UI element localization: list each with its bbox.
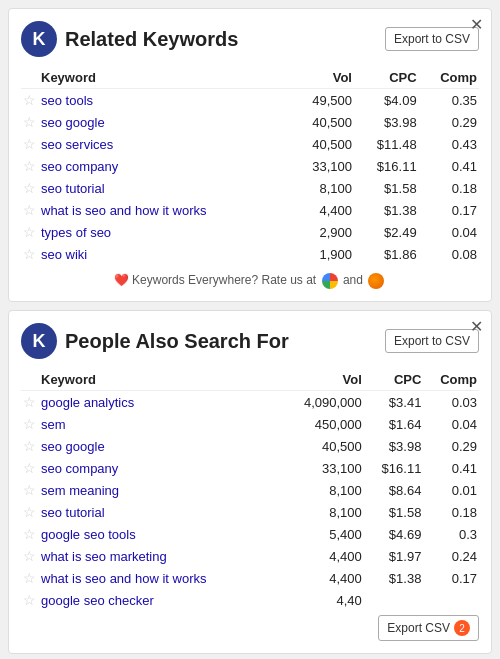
widget2-header-left: K People Also Search For [21, 323, 289, 359]
keyword-cell[interactable]: types of seo [39, 221, 289, 243]
cpc-cell: $11.48 [354, 133, 419, 155]
vol-cell: 33,100 [280, 457, 364, 479]
star-icon[interactable]: ☆ [21, 177, 39, 199]
keyword-cell[interactable]: what is seo and how it works [39, 567, 280, 589]
cpc-cell: $1.64 [364, 413, 424, 435]
keyword-cell[interactable]: what is seo and how it works [39, 199, 289, 221]
cpc-cell: $1.86 [354, 243, 419, 265]
vol-cell: 4,090,000 [280, 391, 364, 414]
table-row: ☆ seo tutorial 8,100 $1.58 0.18 [21, 501, 479, 523]
firefox-icon[interactable] [368, 273, 384, 289]
close-button-widget2[interactable]: ✕ [470, 317, 483, 336]
vol-cell: 1,900 [289, 243, 354, 265]
keyword-cell[interactable]: google seo checker [39, 589, 280, 611]
vol-cell: 33,100 [289, 155, 354, 177]
col-star [21, 67, 39, 89]
cpc-cell: $4.09 [354, 89, 419, 112]
star-icon[interactable]: ☆ [21, 391, 39, 414]
keyword-cell[interactable]: seo google [39, 435, 280, 457]
cpc-cell [364, 589, 424, 611]
keyword-cell[interactable]: seo wiki [39, 243, 289, 265]
table-row: ☆ seo google 40,500 $3.98 0.29 [21, 435, 479, 457]
comp-cell: 0.43 [419, 133, 479, 155]
star-icon[interactable]: ☆ [21, 199, 39, 221]
keyword-cell[interactable]: seo tools [39, 89, 289, 112]
comp-cell: 0.35 [419, 89, 479, 112]
star-icon[interactable]: ☆ [21, 221, 39, 243]
comp-cell: 0.29 [419, 111, 479, 133]
comp-cell [423, 589, 479, 611]
keyword-cell[interactable]: seo company [39, 155, 289, 177]
cpc-cell: $16.11 [354, 155, 419, 177]
col-keyword: Keyword [39, 67, 289, 89]
keyword-cell[interactable]: seo tutorial [39, 177, 289, 199]
vol-cell: 40,500 [280, 435, 364, 457]
widget2-header: K People Also Search For Export to CSV [21, 323, 479, 359]
star-icon[interactable]: ☆ [21, 523, 39, 545]
heart-icon: ❤️ [114, 273, 129, 287]
comp-cell: 0.18 [423, 501, 479, 523]
keyword-cell[interactable]: google seo tools [39, 523, 280, 545]
col2-vol: Vol [280, 369, 364, 391]
vol-cell: 8,100 [280, 479, 364, 501]
related-keywords-widget: ✕ K Related Keywords Export to CSV Keywo… [8, 8, 492, 302]
comp-cell: 0.17 [419, 199, 479, 221]
keyword-cell[interactable]: seo services [39, 133, 289, 155]
export-csv-button-widget2[interactable]: Export to CSV [385, 329, 479, 353]
star-icon[interactable]: ☆ [21, 545, 39, 567]
export-csv-button-widget1[interactable]: Export to CSV [385, 27, 479, 51]
table-row: ☆ seo tools 49,500 $4.09 0.35 [21, 89, 479, 112]
star-icon[interactable]: ☆ [21, 243, 39, 265]
vol-cell: 4,40 [280, 589, 364, 611]
k-logo-widget2: K [21, 323, 57, 359]
export-overlay-button[interactable]: Export CSV 2 [378, 615, 479, 641]
table-row: ☆ seo company 33,100 $16.11 0.41 [21, 155, 479, 177]
table-row: ☆ google seo tools 5,400 $4.69 0.3 [21, 523, 479, 545]
col2-comp: Comp [423, 369, 479, 391]
keyword-cell[interactable]: seo tutorial [39, 501, 280, 523]
keyword-cell[interactable]: what is seo marketing [39, 545, 280, 567]
star-icon[interactable]: ☆ [21, 567, 39, 589]
widget1-header-left: K Related Keywords [21, 21, 238, 57]
star-icon[interactable]: ☆ [21, 501, 39, 523]
cpc-cell: $3.98 [364, 435, 424, 457]
star-icon[interactable]: ☆ [21, 457, 39, 479]
star-icon[interactable]: ☆ [21, 479, 39, 501]
vol-cell: 2,900 [289, 221, 354, 243]
col2-star [21, 369, 39, 391]
star-icon[interactable]: ☆ [21, 133, 39, 155]
widget2-title: People Also Search For [65, 330, 289, 353]
table-row: ☆ sem meaning 8,100 $8.64 0.01 [21, 479, 479, 501]
rate-and-text: and [343, 273, 363, 287]
table-row: ☆ what is seo and how it works 4,400 $1.… [21, 199, 479, 221]
star-icon[interactable]: ☆ [21, 155, 39, 177]
vol-cell: 4,400 [280, 545, 364, 567]
keyword-cell[interactable]: google analytics [39, 391, 280, 414]
star-icon[interactable]: ☆ [21, 589, 39, 611]
comp-cell: 0.3 [423, 523, 479, 545]
table-row: ☆ google seo checker 4,40 [21, 589, 479, 611]
cpc-cell: $3.41 [364, 391, 424, 414]
star-icon[interactable]: ☆ [21, 89, 39, 112]
star-icon[interactable]: ☆ [21, 413, 39, 435]
related-keywords-table: Keyword Vol CPC Comp ☆ seo tools 49,500 … [21, 67, 479, 265]
comp-cell: 0.41 [423, 457, 479, 479]
close-button-widget1[interactable]: ✕ [470, 15, 483, 34]
cpc-cell: $2.49 [354, 221, 419, 243]
vol-cell: 49,500 [289, 89, 354, 112]
star-icon[interactable]: ☆ [21, 111, 39, 133]
vol-cell: 40,500 [289, 111, 354, 133]
keyword-cell[interactable]: seo company [39, 457, 280, 479]
chrome-icon[interactable] [322, 273, 338, 289]
keyword-cell[interactable]: sem meaning [39, 479, 280, 501]
col-vol: Vol [289, 67, 354, 89]
table-row: ☆ seo tutorial 8,100 $1.58 0.18 [21, 177, 479, 199]
star-icon[interactable]: ☆ [21, 435, 39, 457]
keyword-cell[interactable]: sem [39, 413, 280, 435]
col2-keyword: Keyword [39, 369, 280, 391]
table-row: ☆ sem 450,000 $1.64 0.04 [21, 413, 479, 435]
vol-cell: 5,400 [280, 523, 364, 545]
cpc-cell: $3.98 [354, 111, 419, 133]
keyword-cell[interactable]: seo google [39, 111, 289, 133]
widget1-title: Related Keywords [65, 28, 238, 51]
